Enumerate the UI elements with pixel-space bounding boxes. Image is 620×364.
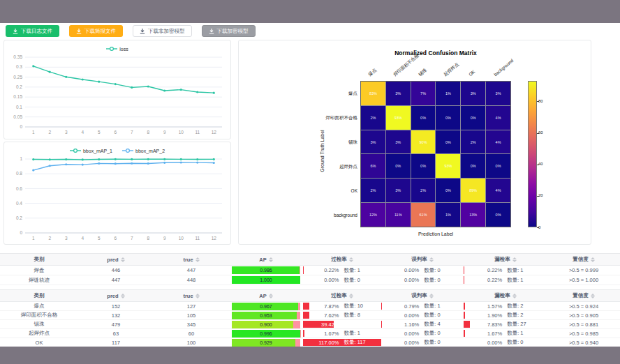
svg-text:9: 9 [163,130,166,135]
column-header-true[interactable]: true [154,254,229,265]
misjudge-cell: 0.00%数量: 0 [381,311,464,319]
column-header-label: 误判率 [411,292,427,299]
over-detect-cell: 0.22%数量: 1 [303,266,381,275]
sort-caret-icon[interactable] [269,257,273,262]
confusion-matrix-grid: 83%3%7%1%3%3%2%93%0%0%0%4%3%3%90%0%2%4%6… [360,81,511,227]
column-header-漏检率[interactable]: 漏检率 [464,254,547,265]
column-header-误判率[interactable]: 误判率 [381,254,464,265]
matrix-cell: 93% [436,154,460,178]
rate-cell: 7.87%数量: 10 [303,302,381,310]
matrix-cell: 3% [486,82,510,105]
matrix-cell: 0% [386,154,411,178]
column-header-AP[interactable]: AP [229,290,303,301]
rate-count: 数量: 1 [507,277,523,284]
true-cell: 345 [154,320,229,328]
rate-percent: 1.90% [464,312,502,319]
sort-caret-icon[interactable] [121,257,125,262]
legend-label: bbox_mAP_1 [83,149,112,153]
loss-chart-legend: loss [4,45,230,53]
rate-cell: 1.67%数量: 1 [303,329,381,338]
category-cell: 焊缝轨迹 [0,275,78,285]
legend-item-loss[interactable]: loss [106,46,128,52]
column-header-AP[interactable]: AP [229,254,303,265]
rate-percent: 0.00% [303,277,339,283]
button-label: 下载简报文件 [84,28,116,35]
ap-cell: 0.986 [229,266,303,275]
column-header-pred[interactable]: pred [78,290,154,301]
matrix-col-label: OK [467,68,476,77]
column-header-漏检率[interactable]: 漏检率 [464,290,547,301]
rate-count: 数量: 0 [507,339,523,346]
column-header-category: 类别 [0,254,78,265]
legend-item-bbox_mAP_1[interactable]: bbox_mAP_1 [70,148,112,153]
matrix-cell: 0% [436,130,460,154]
column-header-置信度[interactable]: 置信度 [547,254,620,265]
sort-caret-icon[interactable] [349,257,353,262]
download-icon [13,28,18,34]
sort-caret-icon[interactable] [591,257,595,262]
ap-value: 0.986 [232,266,300,274]
legend-item-bbox_mAP_2[interactable]: bbox_mAP_2 [122,148,165,153]
matrix-row-label: 焊印面积不合格 [274,115,357,121]
matrix-cell: 7% [411,82,436,105]
class-metrics-table: 类别predtrueAP过检率误判率漏检率置信度爆点1521270.9677.8… [0,289,620,347]
column-header-label: 漏检率 [494,256,510,263]
svg-text:0.1: 0.1 [16,105,22,109]
misjudge-cell: 0.00%数量: 0 [381,275,464,285]
ap-value: 1.000 [232,276,300,284]
matrix-cell: 12% [361,203,385,227]
rate-count: 数量: 0 [424,312,440,319]
download-button-3[interactable]: 下载非加密模型 [133,25,192,37]
misjudge-cell: 0.00%数量: 0 [381,329,464,338]
sort-caret-icon[interactable] [591,294,595,298]
matrix-col-label: 爆点 [367,67,378,77]
confidence-cell: >0.5 = 1.000 [547,275,620,285]
rate-cell: 0.00%数量: 0 [381,338,464,347]
rate-percent: 1.67% [303,331,339,337]
sort-caret-icon[interactable] [269,294,273,298]
matrix-col-label: 锡珠 [417,67,428,77]
download-button-4[interactable]: 下载加密模型 [202,25,256,37]
matrix-row-label: background [274,213,357,218]
ap-value: 0.929 [232,339,300,347]
svg-text:1: 1 [32,130,35,135]
column-header-置信度[interactable]: 置信度 [547,290,620,301]
svg-text:0: 0 [20,230,22,235]
download-button-2[interactable]: 下载简报文件 [69,25,123,37]
sort-caret-icon[interactable] [121,294,125,298]
rate-percent: 1.57% [464,303,502,310]
column-header-过检率[interactable]: 过检率 [303,290,381,301]
confidence-cell: >0.5 = 0.881 [547,320,620,328]
table-row: 焊印面积不合格1321050.9537.62%数量: 80.00%数量: 01.… [0,311,620,320]
column-header-pred[interactable]: pred [78,254,154,265]
column-header-true[interactable]: true [154,290,229,301]
miss-detect-cell: 0.00%数量: 0 [464,338,547,347]
sort-caret-icon[interactable] [349,294,353,298]
sort-caret-icon[interactable] [429,294,434,298]
miss-detect-cell: 1.90%数量: 2 [464,311,547,319]
svg-text:8: 8 [147,130,149,135]
ap-cell: 0.967 [229,302,303,310]
sort-caret-icon[interactable] [512,294,517,298]
download-button-1[interactable]: 下载日志文件 [6,25,59,37]
over-detect-cell: 39.42%数量: 136 [303,320,381,328]
rate-count: 数量: 2 [507,303,523,310]
svg-text:1: 1 [20,156,22,161]
sort-caret-icon[interactable] [195,294,200,298]
matrix-cell: 13% [461,203,485,227]
column-header-过检率[interactable]: 过检率 [303,254,381,265]
column-header-label: 类别 [34,292,45,299]
misjudge-cell: 0.00%数量: 0 [381,338,464,347]
sort-caret-icon[interactable] [195,257,200,262]
metrics-tables: 类别predtrueAP过检率误判率漏检率置信度焊盘4464470.9860.2… [0,253,620,347]
matrix-cell: 3% [386,82,411,105]
sort-caret-icon[interactable] [429,257,434,262]
legend-marker-icon [70,148,81,153]
svg-text:5: 5 [98,130,101,135]
sort-caret-icon[interactable] [512,257,517,262]
column-header-误判率[interactable]: 误判率 [381,290,464,301]
rate-percent: 0.00% [381,331,419,337]
colorbar-tick-label: 40 [538,162,543,166]
table-row: 锡珠4793450.90039.42%数量: 1361.16%数量: 47.83… [0,320,620,329]
rate-percent: 0.79% [381,303,419,310]
